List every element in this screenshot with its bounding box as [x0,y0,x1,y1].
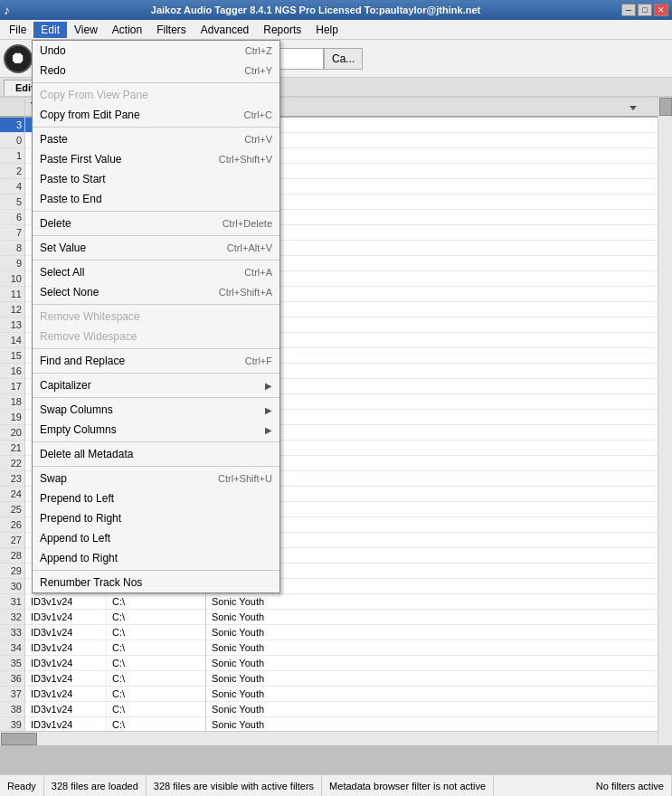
title-text: Jaikoz Audio Tagger 8.4.1 NGS Pro Licens… [10,5,621,15]
delete-metadata-label: Delete all Metadata [40,448,133,460]
status-ready: Ready [0,775,44,796]
row-number: 5 [0,194,24,210]
table-row[interactable]: ID3v1v24C:\ [25,610,205,625]
menu-delete[interactable]: Delete Ctrl+Delete [33,213,279,233]
menu-paste-first[interactable]: Paste First Value Ctrl+Shift+V [33,149,279,169]
menu-paste[interactable]: Paste Ctrl+V [33,129,279,149]
menu-remove-widespace: Remove Widespace [33,327,279,346]
scrollbar-thumb[interactable] [659,98,672,116]
copy-edit-label: Copy from Edit Pane [40,109,140,121]
menu-select-none[interactable]: Select None Ctrl+Shift+A [33,282,279,302]
delete-shortcut: Ctrl+Delete [222,218,272,229]
table-row[interactable]: Sonic Youth [206,625,658,640]
append-left-label: Append to Left [40,532,110,545]
menu-advanced[interactable]: Advanced [194,22,256,38]
menu-view[interactable]: View [67,22,105,38]
menu-find-replace[interactable]: Find and Replace Ctrl+F [33,351,279,371]
menu-copy-edit[interactable]: Copy from Edit Pane Ctrl+C [33,105,279,125]
menu-action[interactable]: Action [105,22,149,38]
scrollbar-h-thumb[interactable] [1,733,37,745]
menu-redo[interactable]: Redo Ctrl+Y [33,61,279,81]
empty-columns-arrow: ▶ [265,425,272,435]
menu-prepend-right[interactable]: Prepend to Right [33,508,279,528]
table-row[interactable]: ID3v1v24C:\ [25,656,205,671]
sep7 [33,348,279,349]
sep8 [33,373,279,374]
redo-shortcut: Ctrl+Y [244,65,272,76]
status-filter: Metadata browser filter is not active [322,775,494,796]
scrollbar-v[interactable] [658,98,672,745]
table-row[interactable]: Sonic Youth [206,702,658,717]
undo-shortcut: Ctrl+Z [245,45,272,56]
search-button[interactable]: Ca... [324,48,363,70]
table-row[interactable]: Sonic Youth [206,671,658,687]
row-number: 21 [0,441,24,456]
row-number: 19 [0,410,24,425]
table-row[interactable]: Sonic Youth [206,640,658,656]
menu-select-all[interactable]: Select All Ctrl+A [33,262,279,282]
row-number: 26 [0,517,24,533]
sep9 [33,397,279,398]
table-row[interactable]: Sonic Youth [206,656,658,671]
row-number: 35 [0,656,24,671]
swap-label: Swap [40,472,67,485]
menu-append-right[interactable]: Append to Right [33,548,279,568]
row-number: 34 [0,640,24,656]
menu-renumber[interactable]: Renumber Track Nos [33,573,279,592]
table-row[interactable]: Sonic Youth [206,610,658,625]
menu-prepend-left[interactable]: Prepend to Left [33,488,279,508]
menu-undo[interactable]: Undo Ctrl+Z [33,41,279,61]
scrollbar-h[interactable] [0,731,658,745]
menu-reports[interactable]: Reports [256,22,308,38]
menu-append-left[interactable]: Append to Left [33,528,279,548]
window-controls: ─ □ ✕ [621,4,668,16]
edit-menu-dropdown[interactable]: Undo Ctrl+Z Redo Ctrl+Y Copy From View P… [32,40,280,593]
menu-swap-columns[interactable]: Swap Columns ▶ [33,400,279,420]
menu-filters[interactable]: Filters [149,22,194,38]
find-replace-label: Find and Replace [40,355,125,367]
table-row[interactable]: ID3v1v24C:\ [25,671,205,687]
table-row[interactable]: Sonic Youth [206,687,658,702]
row-number: 37 [0,687,24,702]
menu-empty-columns[interactable]: Empty Columns ▶ [33,420,279,440]
remove-wide-label: Remove Widespace [40,330,137,343]
menu-copy-view: Copy From View Pane [33,85,279,105]
main-area: 3012456789101112131415161718192021222324… [0,98,672,745]
prepend-left-label: Prepend to Left [40,492,114,505]
table-row[interactable]: ID3v1v24C:\ [25,687,205,702]
row-number: 29 [0,564,24,579]
minimize-button[interactable]: ─ [621,4,636,16]
table-row[interactable]: ID3v1v24C:\ [25,702,205,717]
row-numbers-panel: 3012456789101112131415161718192021222324… [0,98,25,745]
row-number: 4 [0,179,24,194]
table-row[interactable]: ID3v1v24C:\ [25,594,205,610]
maximize-button[interactable]: □ [638,4,652,16]
menu-help[interactable]: Help [308,22,345,38]
table-row[interactable]: Sonic Youth [206,594,658,610]
row-number: 12 [0,302,24,317]
status-no-filters: No filters active [589,775,672,796]
menu-edit[interactable]: Edit [33,22,67,38]
renumber-label: Renumber Track Nos [40,576,142,589]
menu-file[interactable]: File [2,22,33,38]
menu-capitalizer[interactable]: Capitalizer ▶ [33,375,279,395]
copy-view-label: Copy From View Pane [40,89,148,101]
table-row[interactable]: ID3v1v24C:\ [25,640,205,656]
empty-columns-label: Empty Columns [40,423,117,436]
close-button[interactable]: ✕ [654,4,668,16]
menu-delete-metadata[interactable]: Delete all Metadata [33,444,279,464]
table-row[interactable]: ID3v1v24C:\ [25,625,205,640]
row-number: 25 [0,502,24,517]
select-none-label: Select None [40,286,99,298]
select-all-shortcut: Ctrl+A [244,267,272,278]
menu-swap[interactable]: Swap Ctrl+Shift+U [33,469,279,488]
menu-set-value[interactable]: Set Value Ctrl+Alt+V [33,238,279,258]
toolbar-vinyl-btn[interactable]: ⏺ [4,44,33,73]
menu-paste-end[interactable]: Paste to End [33,189,279,209]
row-number: 14 [0,333,24,348]
menu-paste-start[interactable]: Paste to Start [33,169,279,189]
paste-shortcut: Ctrl+V [244,134,272,145]
menu-remove-whitespace: Remove Whitespace [33,307,279,327]
row-number: 24 [0,487,24,502]
col-sort-icon[interactable] [623,98,643,118]
